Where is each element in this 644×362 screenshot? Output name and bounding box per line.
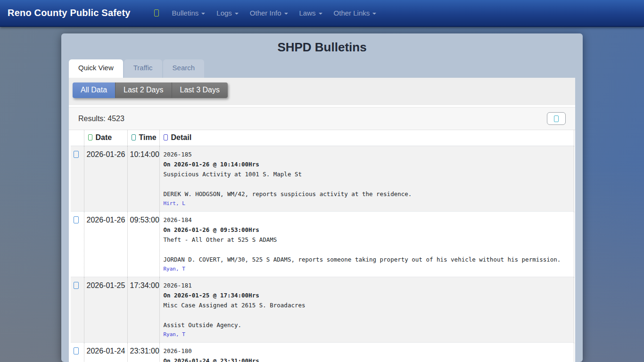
row-icon-cell (71, 212, 84, 277)
offense-line: Theft - All Other at 525 S ADAMS (164, 235, 571, 245)
toolbar-action-button[interactable] (547, 112, 566, 125)
narrative-line: DEREK W. HODGSON, WM/42, reports suspici… (164, 189, 571, 199)
officer-link[interactable]: Ryan, T (164, 264, 571, 273)
tab-search[interactable]: Search (163, 59, 205, 78)
row-date: 2026-01-24 (84, 343, 127, 362)
header-icon-column (71, 130, 84, 146)
nav-item-other-links-label: Other Links (334, 9, 370, 17)
row-icon-cell (71, 277, 84, 343)
table-row: 2026-01-24 23:31:00 2026-180 On 2026-01-… (71, 343, 574, 362)
row-date: 2026-01-25 (84, 277, 127, 343)
results-count: Results: 4523 (78, 115, 124, 123)
view-tabs: Quick View Traffic Search (69, 59, 575, 78)
chevron-down-icon (201, 13, 205, 15)
tab-traffic[interactable]: Traffic (124, 59, 162, 78)
toolbar-action-icon (554, 115, 559, 122)
narrative-line: JORDAN D. COVERT, WM/30, 525 S ADAMS, re… (164, 255, 571, 264)
chevron-down-icon (372, 13, 376, 15)
all-data-button[interactable]: All Data (73, 82, 115, 98)
nav-item-bulletins-label: Bulletins (172, 9, 199, 17)
row-detail: 2026-184 On 2026-01-26 @ 09:53:00Hrs The… (159, 212, 574, 277)
chevron-down-icon (235, 13, 239, 15)
nav-item-laws[interactable]: Laws (294, 5, 328, 21)
open-bulletin-icon[interactable] (74, 151, 79, 158)
header-date: Date (84, 130, 127, 146)
detail-column-icon (164, 134, 168, 140)
row-date: 2026-01-26 (84, 146, 127, 212)
header-detail: Detail (159, 130, 574, 146)
date-range-button-group: All Data Last 2 Days Last 3 Days (73, 82, 228, 98)
time-column-icon (132, 134, 136, 140)
open-bulletin-icon[interactable] (74, 282, 79, 289)
case-number: 2026-181 (164, 280, 571, 290)
last-2-days-button[interactable]: Last 2 Days (115, 82, 171, 98)
header-time: Time (127, 130, 159, 146)
blank-line (164, 179, 571, 189)
offense-line: Suspicious Activity at 1001 S. Maple St (164, 169, 571, 179)
open-bulletin-icon[interactable] (74, 216, 79, 223)
row-icon-cell (71, 146, 84, 212)
narrative-line: Assist Outside Agency. (164, 320, 571, 330)
occurred-line: On 2026-01-26 @ 10:14:00Hrs (164, 159, 571, 169)
row-detail: 2026-185 On 2026-01-26 @ 10:14:00Hrs Sus… (159, 146, 574, 212)
bulletins-table: Date Time Detail 2026-01-26 10:14:00 202… (71, 130, 574, 362)
last-3-days-button[interactable]: Last 3 Days (172, 82, 228, 98)
officer-link[interactable]: Ryan, T (164, 330, 571, 339)
officer-link[interactable]: Hirt, L (164, 199, 571, 208)
nav-item-other-links[interactable]: Other Links (328, 5, 382, 21)
row-detail: 2026-180 On 2026-01-24 @ 23:31:00Hrs (159, 343, 574, 362)
table-row: 2026-01-25 17:34:00 2026-181 On 2026-01-… (71, 277, 574, 343)
top-navbar: Reno County Public Safety Bulletins Logs… (0, 0, 644, 27)
nav-item-logs-label: Logs (216, 9, 232, 17)
table-row: 2026-01-26 10:14:00 2026-185 On 2026-01-… (71, 146, 574, 212)
occurred-line: On 2026-01-25 @ 17:34:00Hrs (164, 290, 571, 300)
chevron-down-icon (284, 13, 288, 15)
row-time: 09:53:00 (127, 212, 159, 277)
tab-quick-view[interactable]: Quick View (69, 59, 123, 78)
case-number: 2026-180 (164, 346, 571, 356)
blank-line (164, 310, 571, 320)
results-bar: Results: 4523 (69, 107, 575, 130)
row-time: 10:14:00 (127, 146, 159, 212)
content-panel: All Data Last 2 Days Last 3 Days Results… (69, 78, 575, 362)
nav-item-logs[interactable]: Logs (211, 5, 244, 21)
nav-item-laws-label: Laws (299, 9, 316, 17)
row-time: 23:31:00 (127, 343, 159, 362)
bulletins-card: SHPD Bulletins Quick View Traffic Search… (61, 33, 583, 362)
home-icon (154, 9, 159, 16)
filter-bar: All Data Last 2 Days Last 3 Days (69, 78, 575, 105)
nav-item-bulletins[interactable]: Bulletins (166, 5, 211, 21)
case-number: 2026-184 (164, 215, 571, 225)
page-title: SHPD Bulletins (61, 33, 583, 59)
nav-item-other-info-label: Other Info (250, 9, 281, 17)
brand-link[interactable]: Reno County Public Safety (8, 8, 131, 18)
table-row: 2026-01-26 09:53:00 2026-184 On 2026-01-… (71, 212, 574, 277)
blank-line (164, 245, 571, 255)
table-header-row: Date Time Detail (71, 130, 574, 146)
occurred-line: On 2026-01-24 @ 23:31:00Hrs (164, 356, 571, 362)
occurred-line: On 2026-01-26 @ 09:53:00Hrs (164, 225, 571, 235)
row-icon-cell (71, 343, 84, 362)
open-bulletin-icon[interactable] (74, 347, 79, 354)
case-number: 2026-185 (164, 149, 571, 159)
row-detail: 2026-181 On 2026-01-25 @ 17:34:00Hrs Mis… (159, 277, 574, 343)
nav-item-home[interactable] (149, 6, 166, 20)
row-date: 2026-01-26 (84, 212, 127, 277)
nav-item-other-info[interactable]: Other Info (244, 5, 294, 21)
offense-line: Misc Case Assigned at 2615 S. Broadacres (164, 300, 571, 310)
date-column-icon (88, 134, 92, 140)
row-time: 17:34:00 (127, 277, 159, 343)
nav-items: Bulletins Logs Other Info Laws Other Lin… (149, 5, 382, 21)
chevron-down-icon (319, 13, 322, 15)
